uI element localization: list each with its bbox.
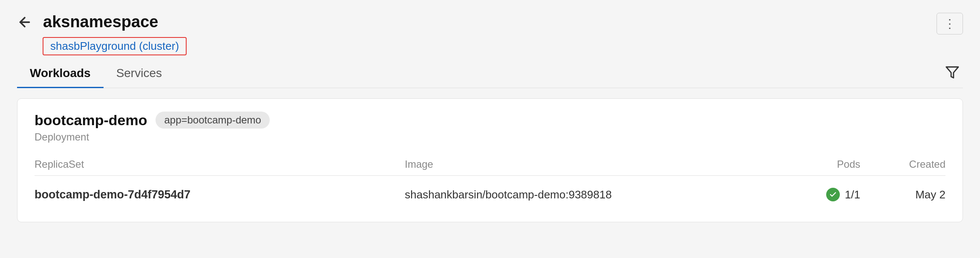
more-options-button[interactable]: ⋮ bbox=[937, 13, 963, 34]
tab-workloads[interactable]: Workloads bbox=[17, 60, 104, 88]
table-row: bootcamp-demo-7d4f7954d7 shashankbarsin/… bbox=[35, 180, 945, 209]
table-header: ReplicaSet Image Pods Created bbox=[35, 153, 945, 176]
cell-created: May 2 bbox=[860, 188, 945, 201]
filter-icon bbox=[945, 65, 960, 80]
content-card: bootcamp-demo app=bootcamp-demo Deployme… bbox=[17, 98, 963, 222]
page-title: aksnamespace bbox=[43, 13, 158, 31]
deployment-name: bootcamp-demo bbox=[35, 112, 147, 129]
cell-replicaset: bootcamp-demo-7d4f7954d7 bbox=[35, 188, 405, 201]
title-row: aksnamespace bbox=[17, 13, 187, 31]
header-actions: ⋮ bbox=[937, 13, 963, 34]
more-options-icon: ⋮ bbox=[944, 17, 956, 31]
deployment-header: bootcamp-demo app=bootcamp-demo bbox=[35, 112, 945, 129]
tab-services[interactable]: Services bbox=[104, 60, 175, 88]
svg-marker-1 bbox=[946, 67, 958, 78]
page-container: aksnamespace shasbPlayground (cluster) ⋮… bbox=[0, 0, 980, 258]
col-header-replicaset: ReplicaSet bbox=[35, 158, 405, 170]
deployment-type: Deployment bbox=[35, 131, 945, 143]
header-row: aksnamespace shasbPlayground (cluster) ⋮ bbox=[17, 13, 963, 55]
col-header-image: Image bbox=[405, 158, 775, 170]
col-header-pods: Pods bbox=[775, 158, 860, 170]
deployment-label-badge: app=bootcamp-demo bbox=[156, 112, 269, 129]
cluster-badge[interactable]: shasbPlayground (cluster) bbox=[43, 37, 187, 55]
filter-button[interactable] bbox=[942, 62, 963, 86]
header-left: aksnamespace shasbPlayground (cluster) bbox=[17, 13, 187, 55]
tabs-left: Workloads Services bbox=[17, 60, 175, 88]
col-header-created: Created bbox=[860, 158, 945, 170]
pod-status-icon bbox=[826, 188, 840, 201]
tabs-row: Workloads Services bbox=[17, 60, 963, 88]
back-button[interactable] bbox=[17, 14, 32, 30]
pods-count: 1/1 bbox=[845, 188, 860, 201]
cell-pods: 1/1 bbox=[775, 188, 860, 201]
cell-image: shashankbarsin/bootcamp-demo:9389818 bbox=[405, 188, 775, 201]
